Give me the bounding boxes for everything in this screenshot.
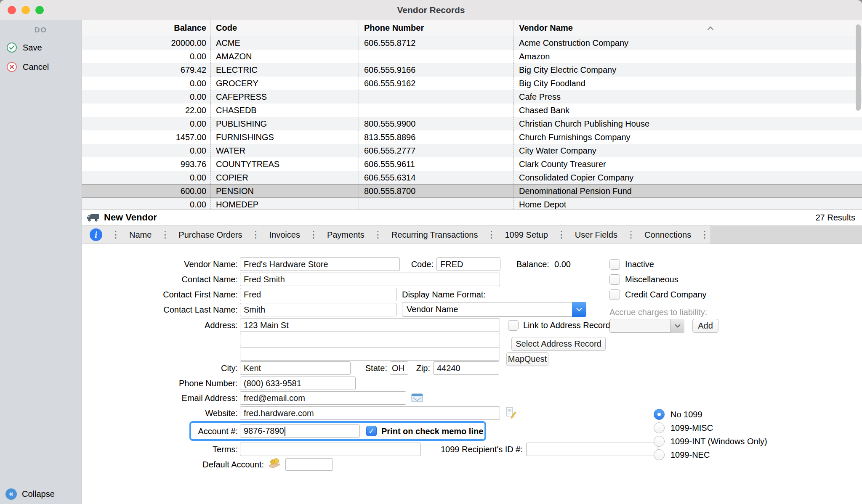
- cell-empty: [720, 77, 862, 90]
- accrue-liability-label: Accrue charges to liability:: [609, 305, 707, 319]
- cell-code: PENSION: [211, 184, 359, 198]
- results-count: 27 Results: [816, 213, 856, 223]
- vendor-name-input[interactable]: [240, 257, 400, 271]
- cell-balance: 0.00: [82, 171, 211, 184]
- website-input[interactable]: [240, 406, 500, 420]
- contact-last-name-input[interactable]: [240, 303, 396, 316]
- radio-no-1099[interactable]: [654, 409, 665, 420]
- link-to-address-checkbox[interactable]: [508, 320, 519, 331]
- tab-user-fields[interactable]: User Fields: [567, 226, 625, 244]
- column-header-phone[interactable]: Phone Number: [359, 20, 514, 36]
- save-button[interactable]: Save: [0, 38, 82, 57]
- column-header-vendor-name[interactable]: Vendor Name: [514, 20, 720, 36]
- cell-phone: 606.555.6314: [359, 171, 514, 184]
- contact-name-input[interactable]: [240, 273, 500, 286]
- cell-empty: [720, 63, 862, 77]
- link-to-address-label: Link to Address Record: [523, 318, 610, 332]
- inactive-checkbox[interactable]: [609, 259, 620, 270]
- tab-connections[interactable]: Connections: [637, 226, 699, 244]
- section-title: New Vendor: [104, 212, 157, 223]
- tab-1099-setup[interactable]: 1099 Setup: [498, 226, 556, 244]
- cell-code: CAFEPRESS: [211, 90, 359, 103]
- tab-purchase-orders[interactable]: Purchase Orders: [171, 226, 250, 244]
- display-name-format-label: Display Name Format:: [402, 288, 486, 301]
- city-input[interactable]: [240, 361, 351, 375]
- contact-last-name-label: Contact Last Name:: [141, 303, 238, 316]
- cell-empty: [720, 171, 862, 184]
- cell-code: AMAZON: [211, 50, 359, 63]
- cell-balance: 0.00: [82, 117, 211, 130]
- email-address-input[interactable]: [240, 391, 406, 405]
- cancel-button[interactable]: Cancel: [0, 57, 82, 77]
- close-button[interactable]: [8, 6, 16, 14]
- print-on-check-memo-checkbox[interactable]: [366, 426, 377, 436]
- column-header-code[interactable]: Code: [211, 20, 359, 36]
- table-row[interactable]: 1457.00FURNISHINGS813.555.8896Church Fur…: [82, 130, 862, 144]
- cell-phone: [359, 198, 514, 209]
- address-line1-input[interactable]: [240, 318, 500, 332]
- table-row[interactable]: 0.00PUBLISHING800.555.9900Christian Chur…: [82, 117, 862, 130]
- radio-1099-misc[interactable]: [654, 422, 665, 433]
- tab-separator: [486, 226, 498, 244]
- radio-1099-misc-label: 1099-MISC: [670, 421, 713, 435]
- minimize-button[interactable]: [21, 6, 30, 14]
- credit-card-company-checkbox[interactable]: [609, 289, 620, 300]
- tab-separator: [250, 226, 262, 244]
- cell-empty: [720, 36, 862, 50]
- table-row[interactable]: 0.00GROCERY606.555.9162Big City Foodland: [82, 77, 862, 90]
- hand-coins-icon[interactable]: [268, 458, 282, 469]
- mapquest-button[interactable]: MapQuest: [506, 352, 548, 366]
- default-account-input[interactable]: [285, 458, 333, 471]
- cell-vendor: Chased Bank: [514, 103, 720, 117]
- miscellaneous-checkbox[interactable]: [609, 274, 620, 285]
- table-row[interactable]: 0.00CAFEPRESSCafe Press: [82, 90, 862, 103]
- email-icon[interactable]: [411, 393, 423, 403]
- address-line3-input[interactable]: [240, 347, 500, 361]
- account-number-input[interactable]: 9876-7890: [240, 424, 360, 438]
- table-header-row: Balance Code Phone Number Vendor Name: [82, 20, 862, 36]
- phone-number-input[interactable]: [240, 377, 356, 390]
- cell-empty: [720, 144, 862, 157]
- accrue-liability-select[interactable]: [609, 319, 684, 333]
- table-row[interactable]: 0.00COPIER606.555.6314Consolidated Copie…: [82, 171, 862, 184]
- table-row[interactable]: 679.42ELECTRIC606.555.9166Big City Elect…: [82, 63, 862, 77]
- table-row[interactable]: 0.00HOMEDEPHome Depot: [82, 198, 862, 209]
- terms-input[interactable]: [240, 443, 421, 456]
- tab-name[interactable]: Name: [122, 226, 159, 244]
- table-row[interactable]: 993.76COUNTYTREAS606.555.9611Clark Count…: [82, 157, 862, 171]
- collapse-button[interactable]: Collapse: [0, 484, 82, 504]
- radio-1099-int[interactable]: [654, 436, 665, 447]
- table-row[interactable]: 22.00CHASEDBChased Bank: [82, 103, 862, 117]
- code-input[interactable]: [436, 257, 500, 271]
- table-body: 20000.00ACME606.555.8712Acme Constructio…: [82, 36, 862, 209]
- edit-page-icon[interactable]: [505, 407, 516, 419]
- contact-first-name-input[interactable]: [240, 288, 396, 301]
- zip-input[interactable]: [433, 361, 499, 375]
- table-row[interactable]: 20000.00ACME606.555.8712Acme Constructio…: [82, 36, 862, 50]
- tab-payments[interactable]: Payments: [319, 226, 372, 244]
- add-button[interactable]: Add: [692, 319, 718, 333]
- tab-recurring-transactions[interactable]: Recurring Transactions: [384, 226, 486, 244]
- table-row[interactable]: 0.00AMAZONAmazon: [82, 50, 862, 63]
- select-address-record-button[interactable]: Select Address Record: [511, 337, 606, 351]
- terms-label: Terms:: [141, 443, 238, 456]
- address-line2-input[interactable]: [240, 333, 500, 346]
- column-header-balance[interactable]: Balance: [82, 20, 211, 36]
- scrollbar-thumb[interactable]: [856, 24, 861, 111]
- cell-code: ACME: [211, 36, 359, 50]
- table-row[interactable]: 0.00WATER606.555.2777City Water Company: [82, 144, 862, 157]
- tab-invoices[interactable]: Invoices: [262, 226, 308, 244]
- tab-info-active[interactable]: [82, 226, 110, 244]
- cell-vendor: City Water Company: [514, 144, 720, 157]
- zoom-button[interactable]: [35, 6, 44, 14]
- cell-phone: 813.555.8896: [359, 130, 514, 144]
- radio-1099-int-label: 1099-INT (Windows Only): [670, 435, 767, 448]
- table-row-selected[interactable]: 600.00PENSION800.555.8700Denominational …: [82, 184, 862, 198]
- recipient-id-input[interactable]: [526, 443, 657, 456]
- window-title: Vendor Records: [0, 5, 862, 15]
- selected-option: Vendor Name: [407, 302, 458, 316]
- cell-empty: [720, 103, 862, 117]
- radio-1099-nec[interactable]: [654, 449, 665, 460]
- cell-empty: [720, 130, 862, 144]
- display-name-format-select[interactable]: Vendor Name: [402, 302, 586, 317]
